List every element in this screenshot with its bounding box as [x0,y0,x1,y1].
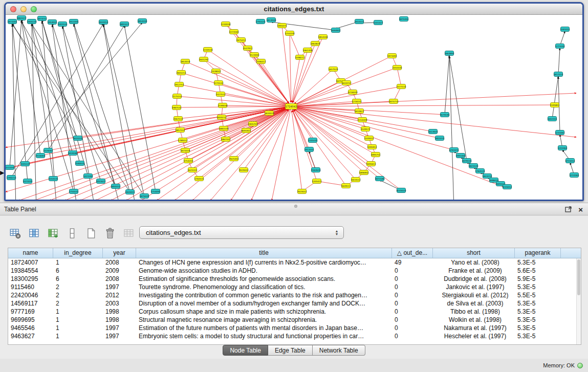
graph-node[interactable]: 9245020 [397,188,406,193]
graph-node[interactable]: 7590515 [75,161,85,166]
graph-node[interactable]: 1549322 [364,136,374,141]
graph-node[interactable]: 1987531 [172,105,182,110]
graph-node[interactable]: 7619447 [297,189,307,194]
graph-node[interactable]: 1505135 [20,162,30,166]
graph-node[interactable]: 1421590 [83,174,93,179]
graph-node[interactable]: 1273440 [555,44,565,49]
graph-node[interactable]: 1991460 [456,154,466,158]
graph-node[interactable]: 1912753 [175,82,184,87]
delete-trash-icon[interactable] [103,226,117,240]
import-table-icon[interactable] [122,226,136,240]
graph-node[interactable]: 1789312 [178,138,188,143]
graph-node[interactable]: 1875304 [399,17,409,21]
tab-edge-table[interactable]: Edge Table [268,345,313,356]
column-header[interactable]: pagerank [515,248,561,258]
graph-node[interactable]: 1754203 [184,159,193,163]
graph-node[interactable]: 1791420 [256,19,266,24]
column-header[interactable]: year [103,248,136,258]
graph-node[interactable]: 2273160 [229,30,239,34]
close-button[interactable] [10,6,16,12]
graph-node[interactable]: 1961309 [303,48,313,53]
graph-node[interactable]: 3547911 [243,46,253,51]
graph-node[interactable]: 1905703 [248,122,258,126]
graph-node[interactable]: 1649111 [341,184,351,188]
graph-node[interactable]: 1867341 [221,137,231,142]
graph-node[interactable]: 1549573 [361,127,371,132]
table-row[interactable]: 1456911722003Disruption of a novel membe… [8,299,581,308]
graph-node[interactable]: 2240038 [221,22,231,27]
column-header[interactable]: short [433,248,515,258]
table-row[interactable]: 969969511998Structural magnetic resonanc… [8,316,581,324]
graph-node[interactable]: 2516065 [36,154,46,158]
graph-node[interactable]: 1963820 [311,41,320,46]
minimize-button[interactable] [20,6,27,12]
graph-node[interactable]: 1830020 [265,111,274,116]
tab-node-table[interactable]: Node Table [223,345,268,356]
network-graph[interactable]: 1873301186142719051191873214195403220015… [6,15,582,200]
graph-node[interactable]: 1873301 [8,19,17,24]
graph-node[interactable]: 1673419 [181,148,190,153]
graph-node[interactable]: 1853019 [181,59,190,64]
graph-node[interactable]: 3216049 [348,90,358,95]
column-header[interactable]: name [8,248,53,258]
graph-node[interactable]: 1345421 [312,179,322,184]
graph-node[interactable]: 2427512 [216,92,226,97]
graph-node[interactable]: 2601291 [199,57,209,62]
graph-node[interactable]: 1591015 [560,27,570,32]
column-header[interactable]: title [136,248,392,258]
graph-node[interactable]: 1830212 [217,115,227,120]
graph-node[interactable]: 1210365 [570,173,579,178]
graph-node[interactable]: 1932014 [99,20,108,25]
graph-node[interactable]: 1875039 [140,194,149,199]
float-panel-icon[interactable] [565,205,572,214]
table-row[interactable]: 946554611997Estimation of the future num… [8,324,581,332]
row-height-icon[interactable] [65,226,79,240]
table-scrollbar[interactable] [576,258,581,344]
network-window-titlebar[interactable]: citations_edges.txt [6,4,582,15]
graph-node[interactable]: 1154409 [358,118,367,122]
table-select-dropdown[interactable]: citations_edges.txt ▲▼ [139,226,344,239]
graph-node[interactable]: 1801015 [435,136,445,141]
graph-node[interactable]: 1875715 [389,99,399,104]
graph-node[interactable]: 1881539 [219,126,229,131]
graph-node[interactable]: 1390210 [7,176,16,180]
graph-node[interactable]: 7625402 [229,157,239,161]
graph-node[interactable]: 1254339 [285,31,295,36]
graph-node[interactable]: 1695613 [366,162,376,166]
graph-node[interactable]: 1819180 [68,151,78,156]
graph-node[interactable]: 1896902 [359,170,369,175]
graph-node[interactable]: 2428041 [211,69,221,74]
graph-node[interactable]: 2377110 [397,84,406,89]
table-row[interactable]: 911546021997Tourette syndrome. Phenomeno… [8,283,581,291]
graph-node[interactable]: 2240518 [203,48,213,52]
table-row[interactable]: 1830029562008Estimation of significance … [8,275,581,283]
new-file-icon[interactable] [84,226,98,240]
graph-node[interactable]: 2199038 [218,103,228,108]
graph-node[interactable]: 1101427 [374,20,383,25]
graph-node[interactable]: 1873214 [37,16,47,21]
graph-node[interactable]: 1657529 [329,67,338,72]
graph-node[interactable]: 2275143 [214,81,224,85]
graph-node[interactable]: 1821530 [469,164,478,168]
graph-node[interactable]: 1920415 [125,190,135,194]
graph-node[interactable]: 1812415 [554,72,563,77]
graph-node[interactable]: 1231067 [555,130,565,135]
network-canvas[interactable]: 1873301186142719051191873214195403220015… [6,15,582,200]
graph-node[interactable]: 1724042 [286,104,297,110]
graph-node[interactable]: 1625341 [188,168,198,172]
graph-node[interactable]: 2051621 [96,179,106,184]
graph-node[interactable]: 1754091 [151,189,161,194]
graph-node[interactable]: 1610747 [342,81,352,85]
graph-node[interactable]: 1861427 [17,16,27,20]
graph-node[interactable]: 2601213 [177,71,186,75]
graph-node[interactable]: 2496417 [256,59,266,64]
table-row[interactable]: 946362711997Embryonic stem cells: a mode… [8,332,581,340]
graph-node[interactable]: 1550135 [49,177,58,181]
graph-node[interactable]: 1511050 [6,165,15,170]
graph-node[interactable]: 6715014 [565,159,575,163]
graph-node[interactable]: 2067133 [173,117,183,121]
graph-node[interactable]: 2162620 [311,168,321,172]
table-row[interactable]: 977716911998Corpus callosum shape and si… [8,308,581,316]
graph-node[interactable]: 1664894 [445,51,454,56]
tab-network-table[interactable]: Network Table [313,345,365,356]
